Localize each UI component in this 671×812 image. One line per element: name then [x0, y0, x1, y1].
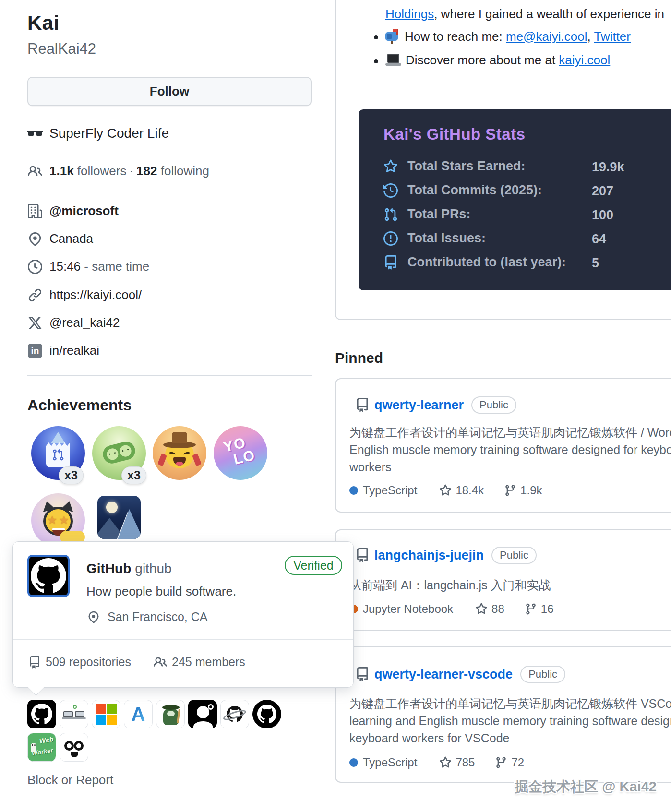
repo-link-langchainjs-juejin[interactable]: langchainjs-juejin [374, 548, 484, 563]
x-handle-link[interactable]: @real_kai42 [49, 315, 120, 330]
linkedin-row: in in/realkai [27, 343, 99, 358]
followers-row: 1.1k followers·182 following [27, 164, 209, 179]
org-avatar-microsoft[interactable] [92, 700, 120, 728]
link-icon [27, 288, 43, 302]
org-avatar-octoverse-planet[interactable] [220, 700, 249, 728]
following-count[interactable]: 182 [136, 164, 157, 178]
repo-icon [383, 255, 399, 270]
repo-description: 为键盘工作者设计的单词记忆与英语肌肉记忆锻炼软件 / Words learnin… [349, 424, 671, 476]
repo-forks[interactable]: 1.9k [504, 484, 542, 497]
hovercard-caret [28, 680, 44, 696]
watermark: 掘金技术社区 @ Kai42 [515, 777, 657, 797]
stats-card-title: Kai's GitHub Stats [383, 125, 526, 143]
repo-stars[interactable]: 88 [475, 602, 504, 616]
org-avatar-azure[interactable]: A [124, 700, 153, 728]
stats-row-prs: Total PRs: [383, 207, 471, 222]
repo-icon [28, 656, 41, 669]
hovercard-repositories[interactable]: 509 repositories [46, 655, 131, 669]
visibility-badge: Public [520, 666, 565, 683]
issue-icon [383, 231, 399, 246]
block-or-report-link[interactable]: Block or Report [27, 773, 113, 788]
repo-stars[interactable]: 785 [439, 756, 475, 769]
github-org-avatar[interactable] [27, 555, 70, 597]
repo-forks[interactable]: 72 [495, 756, 524, 769]
repo-icon [355, 667, 370, 681]
stats-row-contributed: Contributed to (last year): [383, 255, 566, 270]
history-icon [383, 183, 399, 198]
hovercard-org-name[interactable]: GitHub [86, 561, 131, 576]
hovercard-members[interactable]: 245 members [172, 655, 245, 669]
kaiyi-cool-link[interactable]: kaiyi.cool [559, 53, 610, 67]
org-hovercard: GitHubgithub How people build software. … [12, 541, 354, 688]
location-icon [27, 232, 43, 246]
stats-value-commits: 207 [592, 184, 613, 199]
readme-line-3: Discover more about me at kaiyi.cool [385, 53, 610, 68]
stats-value-issues: 64 [592, 232, 606, 247]
profile-bio-row: SuperFly Coder Life [27, 126, 169, 141]
linkedin-link[interactable]: in/realkai [49, 343, 99, 358]
location-row: Canada [27, 231, 93, 246]
repo-icon [355, 548, 370, 562]
stats-value-prs: 100 [592, 208, 613, 223]
linkedin-icon: in [27, 344, 43, 358]
following-label[interactable]: following [161, 164, 209, 178]
website-link[interactable]: https://kaiyi.cool/ [49, 287, 142, 302]
laptop-icon [385, 54, 402, 67]
x-row: @real_kai42 [27, 315, 120, 330]
star-icon [383, 159, 399, 174]
company-row: @microsoft [27, 203, 119, 218]
organization-icon [27, 204, 43, 218]
repo-link-qwerty-learner-vscode[interactable]: qwerty-learner-vscode [374, 667, 513, 682]
company-value[interactable]: @microsoft [49, 203, 119, 218]
repo-icon [355, 398, 370, 412]
follow-button[interactable]: Follow [27, 77, 312, 106]
location-icon [87, 611, 100, 623]
repo-language: Jupyter Notebook [363, 602, 453, 616]
hovercard-org-handle: github [135, 561, 171, 576]
repo-language: TypeScript [363, 484, 417, 497]
visibility-badge: Public [491, 547, 537, 564]
hovercard-description: How people build software. [86, 584, 236, 599]
repo-description: 从前端到 AI：langchain.js 入门和实战 [349, 576, 551, 594]
achievements-title: Achievements [27, 396, 132, 414]
followers-label[interactable]: followers [77, 164, 127, 178]
language-dot [349, 486, 358, 495]
org-avatar-dev-pair[interactable] [60, 700, 88, 728]
pinned-repo-card: qwerty-learner Public 为键盘工作者设计的单词记忆与英语肌肉… [335, 378, 671, 513]
clock-icon [27, 260, 43, 274]
org-avatar-github[interactable] [27, 700, 56, 728]
profile-bio: SuperFly Coder Life [49, 126, 169, 141]
pinned-repo-card: qwerty-learner-vscode Public 为键盘工作者设计的单词… [335, 646, 671, 783]
local-time-suffix: - same time [84, 259, 149, 274]
achievement-multiplier: x3 [121, 466, 146, 484]
stats-value-stars: 19.9k [592, 160, 624, 175]
repo-stars[interactable]: 18.4k [439, 484, 484, 497]
achievement-arctic-code-vault[interactable] [97, 496, 141, 539]
local-time-row: 15:46 - same time [27, 259, 149, 274]
profile-login: RealKai42 [27, 40, 96, 58]
location-value: Canada [49, 231, 93, 246]
achievement-quickdraw[interactable] [153, 426, 206, 480]
pinned-section-title: Pinned [335, 350, 383, 366]
followers-count[interactable]: 1.1k [49, 164, 74, 178]
twitter-link[interactable]: Twitter [594, 29, 631, 44]
github-stats-card: Kai's GitHub Stats Total Stars Earned: 1… [359, 109, 671, 290]
org-avatar-profile-silhouette[interactable] [188, 700, 217, 728]
x-logo-icon [27, 316, 43, 330]
verified-badge: Verified [285, 556, 342, 575]
repo-link-qwerty-learner[interactable]: qwerty-learner [374, 398, 464, 413]
mailbox-icon [385, 29, 401, 44]
sidebar-divider [27, 375, 312, 376]
org-avatar-green-octocat[interactable] [156, 700, 185, 728]
readme-holdings-link[interactable]: Holdings [385, 7, 434, 21]
website-row: https://kaiyi.cool/ [27, 287, 142, 302]
org-avatar-web-worker[interactable]: Web Worker [27, 733, 56, 762]
people-icon [154, 656, 167, 669]
repo-forks[interactable]: 16 [525, 602, 554, 616]
hovercard-divider [13, 639, 353, 640]
org-avatar-octocat-circle[interactable] [252, 700, 281, 728]
achievement-yolo[interactable]: YOLO [214, 426, 267, 480]
readme-line-2: How to reach me: me@kaiyi.cool, Twitter [385, 29, 631, 44]
email-link[interactable]: me@kaiyi.cool [506, 29, 587, 44]
org-avatar-doocs[interactable] [60, 733, 88, 762]
